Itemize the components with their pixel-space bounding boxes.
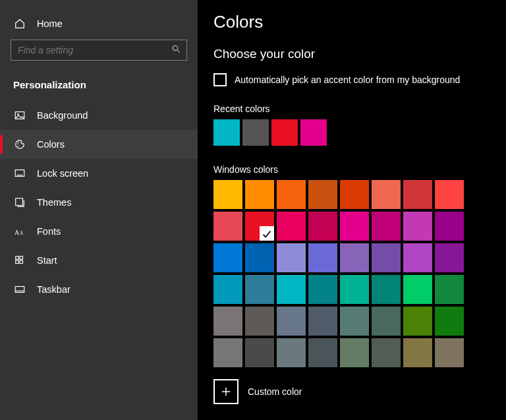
windows-color-swatch[interactable] [308, 180, 337, 209]
windows-color-swatch[interactable] [372, 212, 401, 241]
taskbar-icon [13, 283, 26, 296]
svg-rect-11 [20, 256, 23, 260]
windows-color-swatch[interactable] [277, 243, 306, 272]
custom-color-button[interactable]: Custom color [213, 379, 490, 404]
sidebar-nav: BackgroundColorsLock screenThemesAAFonts… [0, 101, 198, 304]
windows-color-swatch[interactable] [277, 180, 306, 209]
windows-color-swatch[interactable] [213, 180, 242, 209]
sidebar-item-label: Themes [37, 197, 71, 208]
sidebar-item-lock-screen[interactable]: Lock screen [0, 159, 198, 188]
windows-color-swatch[interactable] [403, 275, 432, 304]
windows-color-swatch[interactable] [213, 307, 242, 336]
windows-color-swatch[interactable] [245, 180, 274, 209]
main-panel: Colors Choose your color Automatically p… [198, 0, 506, 420]
windows-color-swatch[interactable] [403, 180, 432, 209]
plus-icon [213, 379, 239, 404]
windows-color-swatch[interactable] [340, 307, 369, 336]
windows-color-swatch[interactable] [213, 243, 242, 272]
sidebar-section-title: Personalization [0, 67, 198, 96]
choose-color-heading: Choose your color [213, 47, 490, 61]
windows-color-swatch[interactable] [372, 180, 401, 209]
windows-color-swatch[interactable] [245, 212, 274, 241]
windows-color-swatch[interactable] [340, 243, 369, 272]
palette-icon [13, 138, 26, 151]
windows-color-swatch[interactable] [308, 275, 337, 304]
search-box[interactable] [11, 40, 187, 61]
lockscreen-icon [13, 167, 26, 180]
windows-color-swatch[interactable] [435, 243, 464, 272]
fonts-icon: AA [13, 225, 26, 238]
search-input[interactable] [18, 45, 171, 55]
svg-rect-12 [16, 260, 19, 264]
windows-color-swatch[interactable] [213, 212, 242, 241]
auto-accent-checkbox-row[interactable]: Automatically pick an accent color from … [213, 73, 490, 86]
windows-color-swatch[interactable] [435, 275, 464, 304]
windows-color-swatch[interactable] [435, 338, 464, 367]
windows-color-swatch[interactable] [435, 180, 464, 209]
search-container [0, 40, 198, 67]
check-icon [261, 228, 273, 240]
svg-point-0 [173, 45, 178, 51]
windows-color-swatch[interactable] [277, 275, 306, 304]
svg-rect-1 [15, 112, 24, 119]
sidebar-item-fonts[interactable]: AAFonts [0, 217, 198, 246]
sidebar-item-label: Start [37, 255, 57, 266]
search-icon [171, 44, 181, 56]
windows-colors-label: Windows colors [213, 164, 490, 175]
svg-text:A: A [20, 231, 24, 236]
custom-color-label: Custom color [248, 386, 302, 397]
home-icon [13, 17, 26, 30]
auto-accent-label: Automatically pick an accent color from … [235, 75, 460, 85]
svg-rect-14 [15, 287, 24, 293]
windows-color-swatch[interactable] [277, 338, 306, 367]
sidebar-item-taskbar[interactable]: Taskbar [0, 275, 198, 304]
home-label: Home [37, 18, 63, 29]
recent-color-swatch[interactable] [242, 119, 269, 146]
sidebar-item-themes[interactable]: Themes [0, 188, 198, 217]
windows-colors-grid [213, 180, 490, 367]
recent-color-swatch[interactable] [213, 119, 240, 146]
windows-color-swatch[interactable] [213, 275, 242, 304]
windows-color-swatch[interactable] [372, 307, 401, 336]
svg-rect-7 [16, 198, 23, 206]
recent-color-swatch[interactable] [271, 119, 298, 146]
windows-color-swatch[interactable] [403, 243, 432, 272]
windows-color-swatch[interactable] [245, 275, 274, 304]
windows-color-swatch[interactable] [308, 338, 337, 367]
windows-color-swatch[interactable] [277, 307, 306, 336]
windows-color-swatch[interactable] [340, 338, 369, 367]
svg-point-2 [17, 113, 19, 115]
sidebar-item-colors[interactable]: Colors [0, 130, 198, 159]
svg-point-5 [18, 146, 19, 147]
windows-color-swatch[interactable] [213, 338, 242, 367]
windows-color-swatch[interactable] [372, 243, 401, 272]
sidebar-item-background[interactable]: Background [0, 101, 198, 130]
windows-color-swatch[interactable] [340, 212, 369, 241]
start-icon [13, 254, 26, 267]
windows-color-swatch[interactable] [245, 243, 274, 272]
sidebar-item-label: Colors [37, 139, 65, 150]
auto-accent-checkbox[interactable] [213, 73, 227, 86]
windows-color-swatch[interactable] [403, 338, 432, 367]
windows-color-swatch[interactable] [308, 243, 337, 272]
sidebar-item-start[interactable]: Start [0, 246, 198, 275]
home-button[interactable]: Home [0, 12, 198, 40]
windows-color-swatch[interactable] [435, 307, 464, 336]
svg-rect-10 [16, 256, 19, 260]
windows-color-swatch[interactable] [372, 275, 401, 304]
windows-color-swatch[interactable] [403, 307, 432, 336]
windows-color-swatch[interactable] [403, 212, 432, 241]
windows-color-swatch[interactable] [277, 212, 306, 241]
svg-point-4 [18, 142, 19, 143]
windows-color-swatch[interactable] [308, 307, 337, 336]
windows-color-swatch[interactable] [435, 212, 464, 241]
windows-color-swatch[interactable] [340, 275, 369, 304]
windows-color-swatch[interactable] [372, 338, 401, 367]
windows-color-swatch[interactable] [245, 307, 274, 336]
windows-color-swatch[interactable] [340, 180, 369, 209]
windows-color-swatch[interactable] [308, 212, 337, 241]
recent-color-swatch[interactable] [300, 119, 327, 146]
recent-colors-row [213, 119, 490, 146]
svg-text:A: A [14, 229, 20, 236]
windows-color-swatch[interactable] [245, 338, 274, 367]
